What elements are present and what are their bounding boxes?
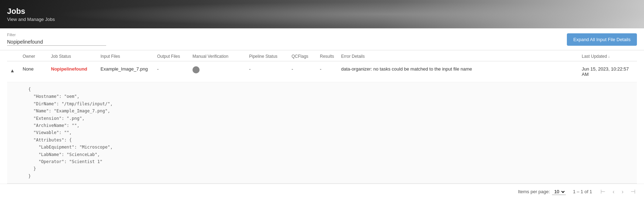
items-per-page-label: Items per page: bbox=[518, 189, 550, 194]
pagination-bar: Items per page: 5 10 25 50 1 – 1 of 1 ⊢ … bbox=[0, 184, 644, 199]
col-error-details: Error Details bbox=[340, 54, 580, 59]
jobs-table-container: Owner Job Status Input Files Output File… bbox=[0, 50, 644, 184]
sort-desc-icon: ↓ bbox=[608, 55, 610, 58]
last-page-button[interactable]: ⊣ bbox=[629, 188, 637, 196]
table-row: ▲ None Nopipelinefound Example_Image_7.p… bbox=[7, 61, 637, 82]
row-output-files: - bbox=[156, 64, 191, 74]
page-subtitle: View and Manage Jobs bbox=[7, 17, 55, 22]
hero-titles: Jobs View and Manage Jobs bbox=[7, 7, 55, 22]
row-toggle-cell: ▲ bbox=[7, 64, 21, 77]
col-qcflags: QCFlags bbox=[290, 54, 318, 59]
col-owner: Owner bbox=[21, 54, 50, 59]
filter-label: Filter bbox=[7, 33, 106, 37]
row-owner: None bbox=[21, 64, 50, 74]
expanded-json-details: { "Hostname": "oem", "DirName": "/tmp/fi… bbox=[7, 82, 637, 184]
col-results: Results bbox=[318, 54, 340, 59]
next-page-button[interactable]: › bbox=[620, 188, 625, 196]
table-header: Owner Job Status Input Files Output File… bbox=[7, 50, 637, 61]
col-input-files: Input Files bbox=[99, 54, 156, 59]
row-input-files: Example_Image_7.png bbox=[99, 64, 156, 74]
hero-background bbox=[0, 0, 644, 28]
filter-section: Filter bbox=[7, 33, 106, 46]
expand-all-button[interactable]: Expand All Input File Details bbox=[567, 33, 637, 46]
filter-input[interactable] bbox=[7, 38, 106, 46]
page-title: Jobs bbox=[7, 7, 55, 16]
col-pipeline-status: Pipeline Status bbox=[248, 54, 290, 59]
col-manual-verification: Manual Verification bbox=[191, 54, 248, 59]
hero-banner: Jobs View and Manage Jobs bbox=[0, 0, 644, 28]
manual-verification-dot bbox=[192, 66, 200, 73]
col-output-files: Output Files bbox=[156, 54, 191, 59]
col-last-updated[interactable]: Last Updated ↓ bbox=[580, 54, 637, 59]
prev-page-button[interactable]: ‹ bbox=[611, 188, 616, 196]
col-last-updated-label: Last Updated bbox=[582, 54, 607, 59]
row-results: - bbox=[318, 64, 340, 74]
filter-bar: Filter Expand All Input File Details bbox=[0, 28, 644, 50]
row-pipeline-status: - bbox=[248, 64, 290, 74]
page-info: 1 – 1 of 1 bbox=[573, 189, 592, 194]
row-last-updated: Jun 15, 2023, 10:22:57 AM bbox=[580, 64, 637, 79]
row-manual-verification bbox=[191, 64, 248, 77]
row-qcflags: - bbox=[290, 64, 318, 74]
row-error-details: data-organizer: no tasks could be matche… bbox=[340, 64, 580, 74]
per-page-select[interactable]: 5 10 25 50 bbox=[552, 189, 566, 195]
row-toggle-button[interactable]: ▲ bbox=[8, 66, 16, 75]
first-page-button[interactable]: ⊢ bbox=[599, 188, 607, 196]
items-per-page: Items per page: 5 10 25 50 bbox=[518, 189, 566, 195]
row-job-status: Nopipelinefound bbox=[50, 64, 99, 74]
col-job-status: Job Status bbox=[50, 54, 99, 59]
